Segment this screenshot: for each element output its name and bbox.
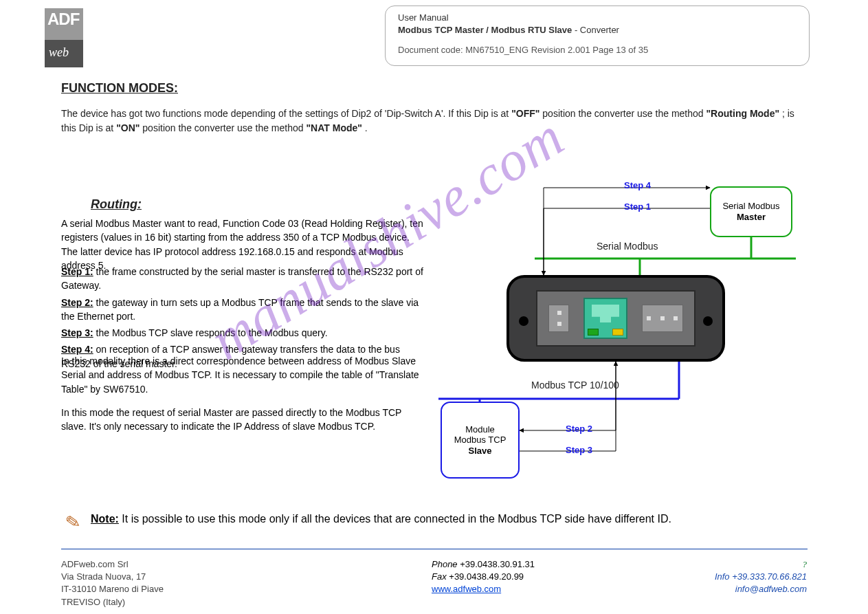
intro-d: position the converter use the method (142, 122, 306, 133)
footer-email: info@adfweb.com (715, 583, 807, 595)
intro-a: The device has got two functions mode de… (61, 108, 511, 119)
footer-tel: +39.333.70.66.821 (732, 571, 807, 582)
note-row: Note: It is possible to use this mode on… (91, 513, 799, 525)
routing-diagram: Serial Modbus Master Module Modbus TCP S… (438, 165, 796, 481)
footer-addr1: Via Strada Nuova, 17 (61, 571, 164, 583)
routing-paragraph-3: In this mode the request of serial Maste… (61, 406, 425, 434)
note-icon: ✎ (63, 510, 82, 534)
step3-text: the Modbus TCP slave responds to the Mod… (96, 327, 328, 338)
link-led-icon (588, 329, 599, 336)
footer-fax-lbl: Fax (432, 571, 449, 582)
node-serial-master: Serial Modbus Master (710, 186, 792, 237)
footer-address: ADFweb.com Srl Via Strada Nuova, 17 IT-3… (61, 558, 164, 608)
footer-tel-lbl: Info (715, 571, 732, 582)
step1-text: the frame constructed by the serial mast… (61, 266, 423, 291)
footer-divider (61, 549, 808, 549)
header-doc-code: Document code: MN67510_ENG Revision 2.00… (398, 44, 797, 56)
master-l2: Master (737, 212, 766, 223)
bus-label-serial: Serial Modbus (597, 241, 658, 252)
serial-port-icon (642, 305, 683, 332)
intro-off: "OFF" (511, 108, 539, 119)
footer-fax: +39.0438.49.20.99 (449, 571, 524, 582)
footer-ask-icon: ? (715, 558, 807, 571)
gateway-device (507, 275, 725, 362)
intro-paragraph: The device has got two functions mode de… (61, 107, 803, 135)
step3-label: Step 3: (61, 327, 93, 338)
logo-bot: web (45, 40, 83, 67)
brand-logo: ADF web (45, 8, 83, 67)
footer-company: ADFweb.com Srl (61, 558, 164, 571)
step-item-1: Step 1: the frame constructed by the ser… (61, 265, 425, 293)
diagram-step1-label: Step 1 (624, 201, 651, 212)
diagram-step2-label: Step 2 (566, 424, 592, 434)
intro-e: . (365, 122, 368, 133)
ethernet-port-icon (583, 298, 627, 339)
header-suffix: - Converter (575, 25, 619, 35)
routing-paragraph-2: In this modality there is a direct corre… (61, 354, 425, 396)
header-line1: User Manual (398, 12, 797, 24)
screw-hole-left (519, 316, 528, 326)
header-product: Modbus TCP Master / Modbus RTU Slave (398, 25, 572, 35)
device-port-panel (536, 290, 695, 347)
slave-l1: Module (465, 424, 495, 435)
intro-on: "ON" (116, 122, 140, 133)
step1-label: Step 1: (61, 266, 93, 277)
intro-nat: "NAT Mode" (306, 122, 361, 133)
footer-phone: +39.0438.30.91.31 (460, 559, 535, 569)
header-line2: Modbus TCP Master / Modbus RTU Slave - C… (398, 24, 797, 36)
rj45-socket-icon (592, 305, 619, 322)
diagram-step3-label: Step 3 (566, 445, 592, 455)
slave-l3: Slave (469, 446, 492, 457)
footer-addr2: IT-31010 Mareno di Piave (61, 583, 164, 595)
section-function-modes: FUNCTION MODES: (61, 81, 178, 96)
diagram-step4-label: Step 4 (624, 180, 651, 190)
footer-info: ? Info +39.333.70.66.821 info@adfweb.com (715, 558, 807, 596)
step2-text: the gateway in turn sets up a Modbus TCP… (61, 297, 419, 322)
step2-label: Step 2: (61, 297, 93, 308)
node-tcp-slave: Module Modbus TCP Slave (441, 402, 520, 479)
footer-website-link[interactable]: www.adfweb.com (432, 583, 535, 595)
slave-l2: Modbus TCP (454, 435, 507, 446)
screw-hole-right (703, 316, 713, 326)
header-info-box: User Manual Modbus TCP Master / Modbus R… (385, 6, 810, 66)
routing-paragraph-1: A serial Modbus Master want to read, Fun… (61, 217, 425, 272)
step-item-2: Step 2: the gateway in turn sets up a Mo… (61, 296, 425, 324)
note-text: It is possible to use this mode only if … (122, 513, 671, 525)
intro-b: position the converter use the method (542, 108, 706, 119)
power-port-icon (548, 305, 569, 332)
master-l1: Serial Modbus (722, 201, 779, 212)
activity-led-icon (612, 329, 623, 336)
bus-label-tcp: Modbus TCP 10/100 (531, 380, 619, 391)
footer-contact: Phone +39.0438.30.91.31 Fax +39.0438.49.… (432, 558, 535, 596)
footer-addr3: TREVISO (Italy) (61, 596, 164, 608)
footer-phone-lbl: Phone (432, 559, 460, 569)
note-label: Note: (91, 513, 119, 525)
step-item-3: Step 3: the Modbus TCP slave responds to… (61, 326, 425, 340)
section-routing: Routing: (91, 197, 142, 212)
intro-routing: "Routing Mode" (706, 108, 779, 119)
